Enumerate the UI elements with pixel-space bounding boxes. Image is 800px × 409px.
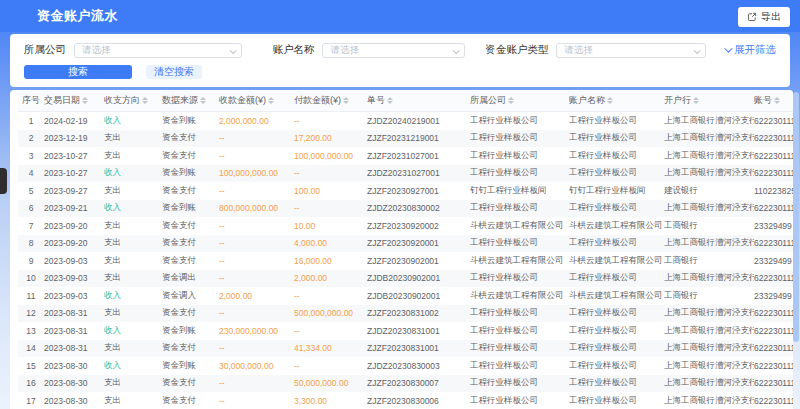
column-header-source[interactable]: 数据来源 [162,94,219,107]
vertical-scrollbar[interactable] [793,92,799,342]
chevron-down-icon [694,47,701,54]
cell-account_name: 工程行业样板公司 [569,395,664,407]
cell-direction: 支出 [104,132,162,144]
cell-order_no: ZJDZ20230830003 [367,361,470,371]
table-row: 32023-10-27支出资金支付--100,000,000.00ZJZF202… [18,147,793,165]
chevron-down-icon [452,47,459,54]
sort-icon[interactable] [343,97,349,104]
account-name-select[interactable]: 请选择 [322,43,464,58]
table-row: 172023-08-30支出资金支付--3,300.00ZJZF20230830… [18,392,793,409]
column-header-direction[interactable]: 收支方向 [104,94,162,107]
expand-filters-link[interactable]: 展开筛选 [724,43,776,57]
cell-source: 资金到账 [162,115,219,127]
cell-account_name: 工程行业样板公司 [569,132,664,144]
sort-icon[interactable] [693,97,699,104]
cell-account_no: 110223825 [754,186,793,196]
cell-bank: 工商银行 [664,290,754,302]
cell-company: 工程行业样板公司 [470,237,569,249]
cell-account_no: 622230111 [754,168,793,178]
cell-source: 资金到账 [162,202,219,214]
cell-company: 工程行业样板公司 [470,150,569,162]
column-header-date[interactable]: 交易日期 [44,94,104,107]
cell-company: 工程行业样板公司 [470,132,569,144]
column-header-company[interactable]: 所属公司 [470,94,569,107]
cell-date: 2023-09-27 [44,186,104,196]
column-label: 交易日期 [44,94,80,107]
table-row: 52023-09-27支出资金支付--100.00ZJZF20230927001… [18,182,793,200]
cell-paid: 100,000,000.00 [294,151,367,161]
cell-date: 2023-08-31 [44,343,104,353]
column-label: 开户行 [664,94,691,107]
filter-actions: 搜索 清空搜索 [24,65,776,79]
column-header-received[interactable]: 收款金额(¥) [219,94,294,107]
cell-paid: 3,300.00 [294,396,367,406]
column-label: 账户名称 [569,94,605,107]
cell-received: -- [219,238,294,248]
filter-row: 所属公司 请选择 账户名称 请选择 资金账户类型 请选择 展开筛选 [24,42,776,58]
sort-icon[interactable] [508,97,514,104]
cell-bank: 上海工商银行漕河泾支行 [664,150,754,162]
cell-account_name: 工程行业样板公司 [569,307,664,319]
cell-company: 斗栱云建筑工程有限公司 [470,220,569,232]
export-button[interactable]: 导出 [738,7,790,27]
sort-icon[interactable] [387,97,393,104]
cell-date: 2023-10-27 [44,151,104,161]
cell-order_no: ZJZF20230920002 [367,221,470,231]
type-select-placeholder: 请选择 [564,44,593,57]
table-body: 12024-02-19收入资金到账2,000,000.00--ZJDZ20240… [18,112,793,409]
page-title: 资金账户流水 [37,7,118,25]
sort-icon[interactable] [142,97,148,104]
cell-account_name: 工程行业样板公司 [569,360,664,372]
cell-received: -- [219,343,294,353]
cell-source: 资金支付 [162,150,219,162]
column-header-bank[interactable]: 开户行 [664,94,754,107]
cell-date: 2023-08-30 [44,396,104,406]
cell-account_no: 622230111 [754,396,793,406]
column-label: 收款金额(¥) [219,94,266,107]
sort-icon[interactable] [268,97,274,104]
drawer-handle[interactable] [0,168,7,194]
cell-account_name: 工程行业样板公司 [569,237,664,249]
type-filter-label: 资金账户类型 [485,43,548,57]
cell-company: 工程行业样板公司 [470,167,569,179]
cell-date: 2023-08-30 [44,378,104,388]
sort-icon[interactable] [774,97,780,104]
cell-received: -- [219,256,294,266]
cell-paid: 500,000,000.00 [294,308,367,318]
cell-paid: -- [294,203,367,213]
company-select[interactable]: 请选择 [74,43,242,58]
cell-received: -- [219,133,294,143]
column-label: 付款金额(¥) [294,94,341,107]
column-header-index: 序号 [18,94,44,107]
account-type-select[interactable]: 请选择 [556,43,706,58]
cell-index: 10 [18,273,44,283]
cell-source: 资金支付 [162,132,219,144]
cell-paid: -- [294,291,367,301]
column-header-paid[interactable]: 付款金额(¥) [294,94,367,107]
search-button[interactable]: 搜索 [24,65,132,79]
cell-order_no: ZJZF20230920001 [367,238,470,248]
sort-icon[interactable] [200,97,206,104]
cell-company: 工程行业样板公司 [470,307,569,319]
cell-bank: 上海工商银行漕河泾支行 [664,202,754,214]
cell-bank: 上海工商银行漕河泾支行 [664,325,754,337]
cell-bank: 建设银行 [664,185,754,197]
column-header-account_no[interactable]: 账号 [754,94,793,107]
cell-order_no: ZJZF20230927001 [367,186,470,196]
cell-index: 4 [18,168,44,178]
clear-search-button[interactable]: 清空搜索 [146,65,202,79]
cell-bank: 上海工商银行漕河泾支行 [664,360,754,372]
sort-icon[interactable] [82,97,88,104]
column-header-account_name[interactable]: 账户名称 [569,94,664,107]
column-header-order_no[interactable]: 单号 [367,94,470,107]
cell-index: 12 [18,308,44,318]
cell-index: 13 [18,326,44,336]
cell-date: 2023-08-30 [44,361,104,371]
sort-icon[interactable] [607,97,613,104]
cell-account_no: 622230111 [754,238,793,248]
cell-company: 工程行业样板公司 [470,272,569,284]
table-row: 62023-09-21收入资金到账800,000,000.00--ZJDZ202… [18,200,793,218]
cell-paid: 4,000.00 [294,238,367,248]
cell-company: 斗栱云建筑工程有限公司 [470,290,569,302]
cell-direction: 收入 [104,115,162,127]
